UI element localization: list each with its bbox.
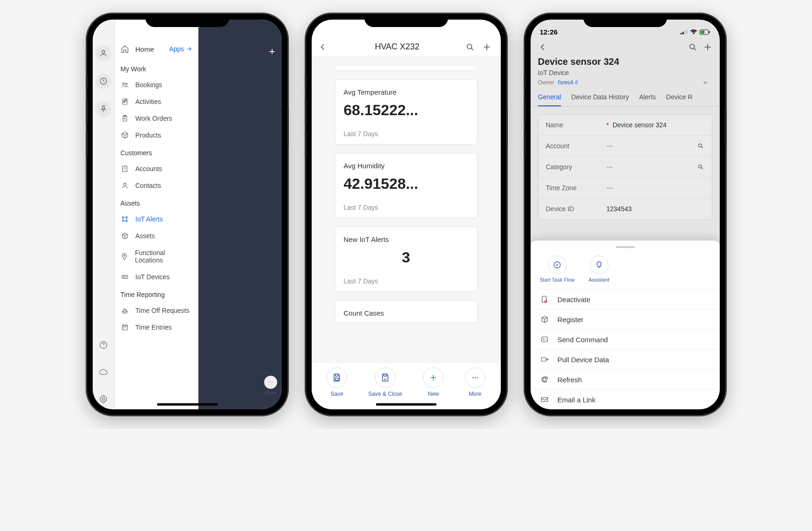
card-list[interactable]: Avg Temperature 68.15222... Last 7 Days … <box>312 57 501 362</box>
person-icon <box>121 182 129 189</box>
nav-item-label: Accounts <box>136 165 163 172</box>
nav-time-off[interactable]: Time Off Requests <box>115 302 198 319</box>
card-label: New IoT Alerts <box>344 235 469 243</box>
nav-item-label: IoT Devices <box>136 273 170 281</box>
nav-products[interactable]: Products <box>115 127 198 144</box>
action-sheet: Start Task Flow Assistant Deactivate Reg… <box>531 241 720 409</box>
svg-point-11 <box>122 217 123 218</box>
nav-iot-devices[interactable]: IoT Devices <box>115 269 198 285</box>
start-task-flow-button[interactable]: Start Task Flow <box>540 255 575 283</box>
calendar-icon <box>121 324 129 331</box>
screen-nav-drawer: Home Apps My Work Bookings Activities Wo… <box>93 20 282 409</box>
svg-point-5 <box>125 83 127 84</box>
assistant-button[interactable]: Assistant <box>589 255 610 283</box>
profile-icon[interactable] <box>96 45 111 61</box>
phone-frame-2: HVAC X232 Avg Temperature 68.15222... La… <box>306 14 506 415</box>
nav-item-label: IoT Alerts <box>136 215 163 223</box>
card-period: Last 7 Days <box>344 204 469 211</box>
save-button[interactable]: Save <box>327 367 347 397</box>
action-refresh[interactable]: Refresh <box>531 369 720 389</box>
nav-functional-locations[interactable]: Functional Locations <box>115 244 198 269</box>
nav-panel: Home Apps My Work Bookings Activities Wo… <box>115 20 199 409</box>
action-label: Send Command <box>558 336 608 344</box>
svg-rect-21 <box>335 378 339 380</box>
section-my-work: My Work <box>115 60 198 76</box>
screen-device-sensor: 12:26 Device sensor 324 IoT Device Owner… <box>531 20 720 409</box>
save-close-button[interactable]: Save & Close <box>368 367 402 397</box>
nav-time-entries[interactable]: Time Entries <box>115 319 198 336</box>
command-icon <box>540 335 549 344</box>
nav-iot-alerts[interactable]: IoT Alerts <box>115 211 198 228</box>
package-icon <box>121 131 129 139</box>
card-value: 3 <box>344 249 469 266</box>
nav-assets[interactable]: Assets <box>115 228 198 244</box>
nav-item-label: Contacts <box>136 182 161 189</box>
pin-icon[interactable] <box>96 101 111 117</box>
toolbar-label: New <box>428 391 439 397</box>
timeoff-icon <box>121 307 129 314</box>
recent-icon[interactable] <box>96 73 111 89</box>
home-indicator[interactable] <box>157 403 218 406</box>
more-button[interactable]: More <box>465 367 485 397</box>
svg-point-17 <box>123 276 124 277</box>
svg-point-0 <box>102 50 105 53</box>
apps-link-text: Apps <box>169 45 184 53</box>
card-label: Avg Temperature <box>344 88 469 96</box>
nav-accounts[interactable]: Accounts <box>115 160 198 177</box>
card-avg-humidity[interactable]: Avg Humidity 42.91528... Last 7 Days <box>335 153 478 218</box>
nav-item-label: Assets <box>136 232 155 240</box>
action-label: Deactivate <box>558 296 591 303</box>
action-email-link[interactable]: Email a Link <box>531 389 720 409</box>
action-deactivate[interactable]: Deactivate <box>531 289 720 309</box>
iot-alert-icon <box>121 215 129 223</box>
action-label: Refresh <box>558 376 582 384</box>
new-button[interactable]: New <box>423 367 444 397</box>
cloud-icon[interactable] <box>99 367 108 377</box>
backdrop-overlay[interactable]: + ⋯ More <box>198 20 282 409</box>
action-pull-device-data[interactable]: Pull Device Data <box>531 349 720 369</box>
action-register[interactable]: Register <box>531 309 720 329</box>
nav-contacts[interactable]: Contacts <box>115 177 198 194</box>
back-button[interactable] <box>318 42 329 52</box>
nav-item-label: Activities <box>136 98 161 105</box>
nav-work-orders[interactable]: Work Orders <box>115 110 198 127</box>
settings-icon[interactable] <box>99 394 108 404</box>
nav-item-label: Work Orders <box>136 115 172 122</box>
card-iot-alerts[interactable]: New IoT Alerts 3 Last 7 Days <box>335 227 478 292</box>
card-value: 42.91528... <box>344 175 469 193</box>
refresh-icon <box>540 375 549 384</box>
header: HVAC X232 <box>312 20 501 57</box>
add-icon[interactable] <box>482 42 494 52</box>
more-button-hidden: ⋯ More <box>264 376 277 395</box>
nav-activities[interactable]: Activities <box>115 93 198 110</box>
nav-item-label: Time Off Requests <box>136 307 190 314</box>
left-rail <box>93 20 115 409</box>
card-period: Last 7 Days <box>344 277 469 285</box>
home-indicator[interactable] <box>376 403 437 406</box>
svg-rect-40 <box>541 398 548 402</box>
apps-link[interactable]: Apps <box>169 45 192 53</box>
action-label: Pull Device Data <box>558 356 609 364</box>
home-label[interactable]: Home <box>136 45 163 53</box>
nav-item-label: Products <box>136 131 161 139</box>
action-label: Register <box>558 316 584 324</box>
task-flow-icon <box>548 255 566 274</box>
building-icon <box>121 165 129 172</box>
card-label: Avg Humidity <box>344 162 469 170</box>
sheet-handle[interactable] <box>616 246 635 248</box>
card-avg-temperature[interactable]: Avg Temperature 68.15222... Last 7 Days <box>335 79 478 145</box>
card-partial-top <box>335 66 478 71</box>
note-icon <box>121 98 129 105</box>
svg-rect-20 <box>335 374 339 376</box>
svg-point-19 <box>467 44 471 48</box>
section-customers: Customers <box>115 144 198 160</box>
action-send-command[interactable]: Send Command <box>531 329 720 349</box>
svg-point-15 <box>123 255 125 256</box>
card-count-cases[interactable]: Count Cases <box>335 300 478 323</box>
svg-rect-9 <box>123 166 127 172</box>
nav-bookings[interactable]: Bookings <box>115 76 198 93</box>
card-value: 68.15222... <box>344 102 469 119</box>
search-icon[interactable] <box>465 42 478 52</box>
help-icon[interactable] <box>99 340 108 350</box>
svg-point-3 <box>102 398 105 400</box>
